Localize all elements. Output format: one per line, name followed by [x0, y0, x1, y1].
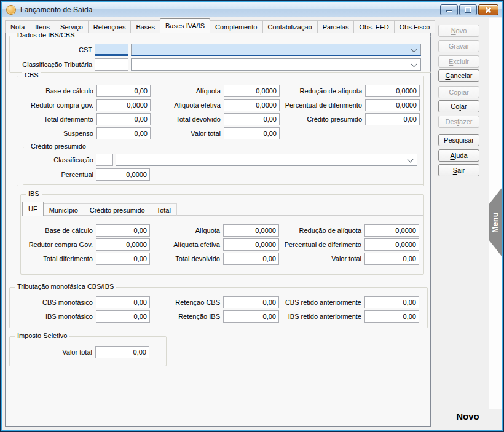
cbs-valor-total-input[interactable]: 0,00 — [224, 127, 280, 139]
status-label: Novo — [443, 411, 492, 422]
tab-bases-iva-is[interactable]: Bases IVA/IS — [160, 18, 210, 33]
retencao-ibs-input[interactable]: 0,00 — [223, 310, 279, 323]
ibs-reducao-aliquota-label: Redução de alíquota — [282, 224, 361, 237]
dados-ibs-cbs-group: Dados de IBS/CBS CST Classificação Tribu… — [9, 36, 431, 73]
ibs-total-devolvido-label: Total devolvido — [153, 253, 220, 265]
ibs-valor-total-label: Valor total — [282, 253, 361, 265]
app-icon[interactable] — [6, 5, 16, 15]
tab-nota[interactable]: Nota — [5, 20, 30, 33]
cst-input[interactable] — [95, 44, 128, 56]
imposto-seletivo-group: Imposto Seletivo Valor total 0,00 — [9, 336, 167, 366]
cst-label: CST — [10, 46, 92, 53]
menu-tab-label: Menu — [491, 212, 500, 232]
bases-iva-is-panel: Dados de IBS/CBS CST Classificação Tribu… — [5, 32, 431, 427]
ibs-base-calculo-input[interactable]: 0,00 — [96, 224, 150, 237]
minimize-button[interactable] — [440, 4, 458, 15]
ibs-reducao-aliquota-input[interactable]: 0,0000 — [364, 224, 419, 237]
ibs-valor-total-input[interactable]: 0,00 — [364, 253, 419, 265]
tab-contabilizacao[interactable]: Contabilização — [262, 20, 318, 33]
classificacao-tributaria-input[interactable] — [95, 58, 128, 71]
cbs-suspenso-input[interactable]: 0,00 — [96, 127, 151, 139]
cbs-reducao-aliquota-input[interactable]: 0,0000 — [365, 85, 420, 97]
ibs-total-devolvido-input[interactable]: 0,00 — [223, 253, 279, 265]
tributacao-monofasica-group-title: Tributação monofásica CBS/IBS — [15, 283, 116, 290]
cbs-reducao-aliquota-label: Redução de alíquota — [283, 85, 362, 97]
excluir-button: Excluir — [438, 55, 479, 68]
classificacao-tributaria-label: Classificação Tributária — [10, 61, 92, 68]
seletivo-fields: Valor total 0,00 — [10, 346, 149, 358]
cbs-total-diferimento-label: Total diferimento — [18, 113, 93, 125]
tab-parcelas[interactable]: Parcelas — [317, 20, 355, 33]
subtab-municipio[interactable]: Município — [43, 203, 84, 216]
title-bar: Lançamento de Saída — [2, 2, 502, 17]
chevron-down-icon — [411, 61, 417, 68]
ibs-aliquota-label: Alíquota — [153, 224, 220, 237]
tab-complemento[interactable]: Complemento — [210, 20, 263, 33]
ajuda-button[interactable]: Ajuda — [438, 149, 479, 162]
client-area: Nota Itens Serviço Retenções Bases Bases… — [2, 17, 502, 430]
tab-obs-fisco[interactable]: Obs. Fisco — [394, 20, 436, 33]
seletivo-valor-total-label: Valor total — [10, 346, 92, 358]
pesquisar-button[interactable]: Pesquisar — [438, 134, 479, 146]
ibs-monofasico-label: IBS monofásico — [10, 310, 93, 323]
ibs-aliquota-efetiva-input[interactable]: 0,0000 — [223, 238, 279, 251]
cbs-total-devolvido-input[interactable]: 0,00 — [224, 113, 280, 125]
close-icon — [484, 7, 492, 14]
novo-button: Novo — [438, 25, 479, 37]
tab-bases[interactable]: Bases — [130, 20, 160, 33]
cst-combo[interactable] — [131, 44, 421, 56]
credito-classificacao-input[interactable] — [96, 154, 113, 166]
cbs-base-calculo-input[interactable]: 0,00 — [96, 85, 151, 97]
tab-servico[interactable]: Serviço — [55, 20, 89, 33]
credito-percentual-label: Percentual — [24, 171, 93, 178]
cbs-aliquota-efetiva-input[interactable]: 0,0000 — [224, 99, 280, 111]
cbs-total-diferimento-input[interactable]: 0,00 — [96, 113, 151, 125]
retencao-cbs-input[interactable]: 0,00 — [223, 296, 279, 308]
cbs-aliquota-efetiva-label: Alíquota efetiva — [154, 99, 221, 111]
cbs-aliquota-label: Alíquota — [154, 85, 221, 97]
cbs-group-title: CBS — [22, 71, 41, 79]
cbs-monofasico-input[interactable]: 0,00 — [96, 296, 150, 308]
maximize-button[interactable] — [459, 4, 477, 15]
subtab-credito-presumido[interactable]: Crédito presumido — [84, 203, 151, 216]
ibs-monofasico-input[interactable]: 0,00 — [96, 310, 150, 323]
chevron-down-icon — [408, 157, 414, 163]
window-title: Lançamento de Saída — [20, 6, 92, 14]
cancelar-button[interactable]: Cancelar — [438, 69, 479, 82]
cbs-redutor-compra-gov-input[interactable]: 0,0000 — [96, 99, 151, 111]
tab-obs-efd[interactable]: Obs. EFD — [353, 20, 394, 33]
cbs-aliquota-input[interactable]: 0,0000 — [224, 85, 280, 97]
tab-retencoes[interactable]: Retenções — [88, 20, 132, 33]
cbs-monofasico-label: CBS monofásico — [10, 296, 93, 308]
classificacao-tributaria-combo[interactable] — [131, 58, 421, 71]
colar-button[interactable]: Colar — [438, 100, 479, 112]
cbs-base-calculo-label: Base de cálculo — [18, 85, 93, 97]
chevron-down-icon — [411, 47, 417, 53]
ibs-group-title: IBS — [26, 190, 42, 197]
ibs-aliquota-input[interactable]: 0,0000 — [223, 224, 279, 237]
cbs-credito-presumido-input[interactable]: 0,00 — [365, 113, 420, 125]
desfazer-button: Desfazer — [438, 116, 479, 128]
cbs-total-devolvido-label: Total devolvido — [154, 113, 221, 125]
cbs-percentual-diferimento-input[interactable]: 0,0000 — [365, 99, 420, 111]
subtab-total[interactable]: Total — [151, 203, 177, 216]
ibs-percentual-diferimento-input[interactable]: 0,0000 — [364, 238, 419, 251]
ibs-retido-anteriormente-input[interactable]: 0,00 — [364, 310, 419, 323]
retencao-cbs-label: Retenção CBS — [153, 296, 220, 308]
ibs-redutor-compra-gov-input[interactable]: 0,0000 — [96, 238, 150, 251]
seletivo-valor-total-input[interactable]: 0,00 — [95, 346, 149, 358]
ibs-redutor-compra-gov-label: Redutor compra Gov. — [22, 238, 93, 251]
ibs-total-diferimento-input[interactable]: 0,00 — [96, 253, 150, 265]
sair-button[interactable]: Sair — [438, 164, 479, 176]
subtab-uf[interactable]: UF — [22, 202, 44, 216]
ibs-aliquota-efetiva-label: Alíquota efetiva — [153, 238, 220, 251]
credito-classificacao-row: Classificação — [24, 154, 417, 166]
tab-itens[interactable]: Itens — [30, 20, 55, 33]
close-button[interactable] — [478, 4, 498, 15]
cbs-retido-anteriormente-input[interactable]: 0,00 — [364, 296, 419, 308]
credito-percentual-input[interactable]: 0,0000 — [96, 168, 150, 181]
monofasica-fields: CBS monofásico 0,00 Retenção CBS 0,00 CB… — [10, 296, 419, 323]
credito-classificacao-combo[interactable] — [116, 154, 417, 166]
imposto-seletivo-group-title: Imposto Seletivo — [15, 332, 69, 339]
retencao-ibs-label: Retenção IBS — [153, 310, 220, 323]
